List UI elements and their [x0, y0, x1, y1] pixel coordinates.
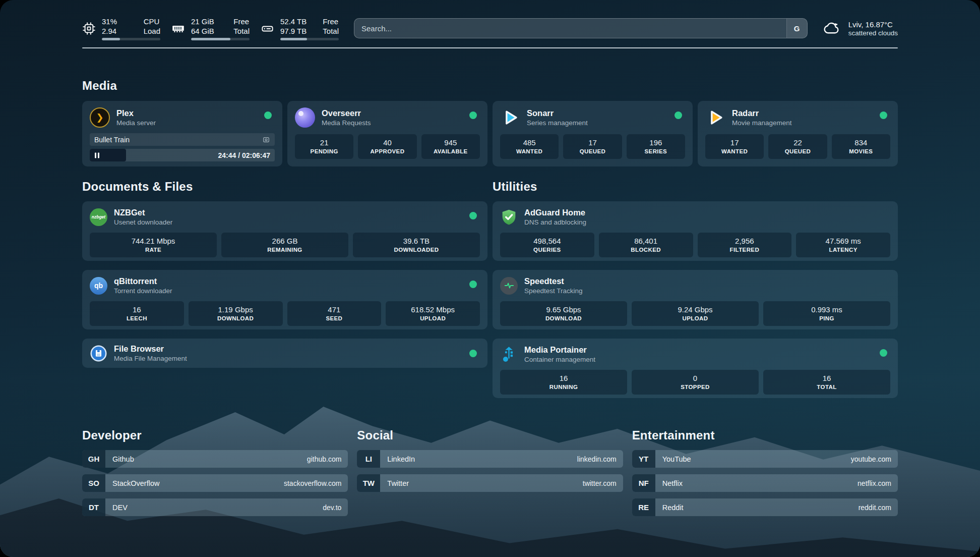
section-title-documents: Documents & Files: [82, 180, 487, 194]
link-dev[interactable]: DT DEV dev.to: [82, 498, 348, 516]
status-dot: [880, 112, 887, 119]
now-playing-title: Bullet Train: [94, 136, 130, 144]
link-reddit[interactable]: RE Reddit reddit.com: [632, 498, 898, 516]
app-subtitle: Movie management: [732, 119, 792, 127]
app-title: AdGuard Home: [524, 208, 586, 217]
stat-tile: 17WANTED: [705, 134, 764, 159]
stat-tile: 22QUEUED: [768, 134, 827, 159]
status-dot: [880, 349, 887, 357]
link-badge: RE: [632, 498, 655, 516]
top-bar: 31%2.94 CPULoad: [82, 15, 898, 41]
stat-tile: 834MOVIES: [832, 134, 890, 159]
sonarr-card[interactable]: Sonarr Series management 485WANTED 17QUE…: [493, 101, 693, 166]
link-stackoverflow[interactable]: SO StackOverflow stackoverflow.com: [82, 474, 348, 492]
stat-tile: 16RUNNING: [500, 370, 627, 395]
link-youtube[interactable]: YT YouTube youtube.com: [632, 450, 898, 468]
stat-tile: 86,401BLOCKED: [599, 233, 693, 257]
qbittorrent-icon: qb: [90, 277, 107, 295]
app-title: qBittorrent: [114, 276, 172, 286]
stat-tile: 17QUEUED: [563, 134, 622, 159]
stat-tile: 618.52 MbpsUPLOAD: [386, 301, 480, 326]
speedtest-icon: [500, 277, 518, 295]
memory-icon: [171, 22, 185, 35]
plex-icon: ❯: [90, 107, 110, 128]
speedtest-card[interactable]: Speedtest Speedtest Tracking 9.65 GbpsDO…: [493, 270, 898, 329]
session-device-icon: [262, 136, 270, 144]
app-title: File Browser: [114, 344, 187, 354]
stat-tile: 945AVAILABLE: [421, 134, 480, 159]
playback-progress: 24:44 / 02:06:47: [90, 149, 275, 161]
nzbget-card[interactable]: nzbget NZBGet Usenet downloader 744.21 M…: [82, 201, 487, 261]
developer-group: Developer GH Github github.com SO StackO…: [82, 428, 348, 516]
adguard-icon: [500, 208, 518, 226]
stat-tile: 0.993 msPING: [763, 301, 890, 326]
link-badge: GH: [82, 450, 105, 468]
now-playing-row: Bullet Train: [90, 133, 275, 146]
stat-tile: 498,564QUERIES: [500, 233, 594, 257]
radarr-card[interactable]: Radarr Movie management 17WANTED 22QUEUE…: [698, 101, 898, 166]
overseerr-card[interactable]: Overseerr Media Requests 21PENDING 40APP…: [287, 101, 487, 166]
plex-card[interactable]: ❯ Plex Media server Bullet Train: [82, 101, 282, 166]
app-title: Speedtest: [524, 276, 583, 286]
social-group: Social LI LinkedIn linkedin.com TW Twitt…: [357, 428, 623, 516]
section-title-developer: Developer: [82, 428, 348, 442]
search-input[interactable]: [354, 19, 786, 38]
header-divider: [82, 47, 898, 48]
cpu-percent: 31%: [102, 17, 117, 26]
stat-tile: 196SERIES: [627, 134, 685, 159]
dashboard: 31%2.94 CPULoad: [0, 0, 980, 557]
sonarr-icon: [500, 107, 520, 128]
app-subtitle: Series management: [527, 119, 588, 127]
stat-tile: 16LEECH: [90, 301, 184, 326]
disk-progress-bar: [280, 38, 339, 40]
free-label: Free: [233, 17, 250, 26]
cpu-load: 2.94: [102, 26, 117, 36]
link-linkedin[interactable]: LI LinkedIn linkedin.com: [357, 450, 623, 468]
disk-stat: 52.4 TB97.9 TB FreeTotal: [261, 17, 339, 40]
section-title-social: Social: [357, 428, 623, 442]
pause-button[interactable]: [95, 152, 99, 158]
radarr-icon: [705, 107, 725, 128]
portainer-card[interactable]: Media Portainer Container management 16R…: [493, 339, 898, 398]
weather-location-temp: Lviv, 16.87°C: [848, 20, 898, 29]
app-title: Radarr: [732, 108, 792, 118]
qbittorrent-card[interactable]: qb qBittorrent Torrent downloader 16LEEC…: [82, 270, 487, 329]
app-subtitle: Container management: [524, 356, 595, 363]
adguard-card[interactable]: AdGuard Home DNS and adblocking 498,564Q…: [493, 201, 898, 261]
filebrowser-card[interactable]: File Browser Media File Management: [82, 339, 487, 368]
link-netflix[interactable]: NF Netflix netflix.com: [632, 474, 898, 492]
stat-tile: 266 GBREMAINING: [221, 233, 348, 257]
link-badge: DT: [82, 498, 105, 516]
app-title: Overseerr: [322, 108, 371, 118]
link-badge: SO: [82, 474, 105, 492]
stat-tile: 9.24 GbpsUPLOAD: [632, 301, 759, 326]
app-subtitle: Usenet downloader: [114, 218, 172, 226]
memory-free: 21 GiB: [191, 17, 214, 26]
memory-progress-bar: [191, 38, 250, 40]
total-label: Total: [323, 26, 339, 36]
app-subtitle: Media server: [116, 119, 156, 127]
status-dot: [264, 112, 272, 119]
total-label: Total: [233, 26, 250, 36]
stat-tile: 40APPROVED: [358, 134, 416, 159]
link-twitter[interactable]: TW Twitter twitter.com: [357, 474, 623, 492]
cpu-stat: 31%2.94 CPULoad: [82, 17, 160, 40]
link-badge: NF: [632, 474, 655, 492]
link-github[interactable]: GH Github github.com: [82, 450, 348, 468]
cpu-progress-bar: [102, 38, 160, 40]
section-title-entertainment: Entertainment: [632, 428, 898, 442]
load-label: Load: [144, 26, 160, 36]
section-title-media: Media: [82, 79, 898, 93]
memory-stat: 21 GiB64 GiB FreeTotal: [171, 17, 250, 40]
utilities-column: Utilities AdGu: [493, 180, 898, 398]
app-subtitle: DNS and adblocking: [524, 218, 586, 226]
stat-tile: 2,956FILTERED: [698, 233, 792, 257]
stat-tile: 1.19 GbpsDOWNLOAD: [189, 301, 283, 326]
stat-tile: 39.6 TBDOWNLOADED: [353, 233, 480, 257]
app-title: Plex: [116, 108, 156, 118]
search-engine-button[interactable]: G: [786, 19, 807, 38]
app-subtitle: Torrent downloader: [114, 287, 172, 295]
link-badge: YT: [632, 450, 655, 468]
stat-tile: 21PENDING: [295, 134, 353, 159]
stat-tile: 47.569 msLATENCY: [796, 233, 890, 257]
